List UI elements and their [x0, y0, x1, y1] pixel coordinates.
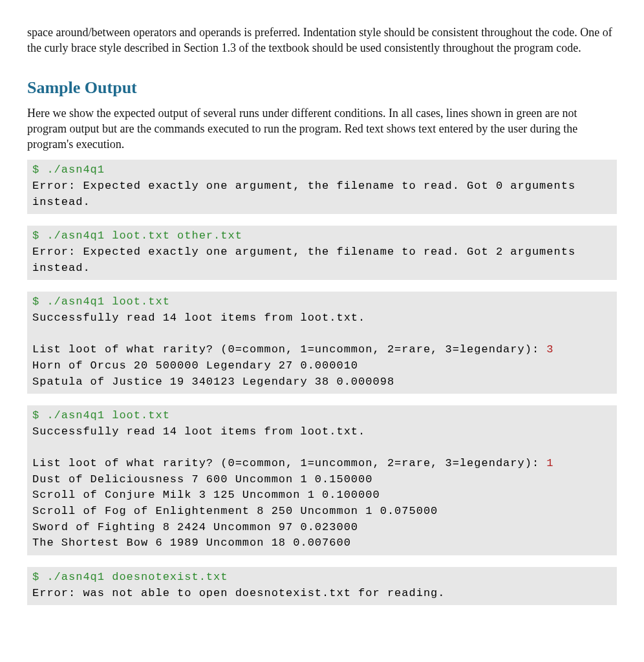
- command-line: $ ./asn4q1 doesnotexist.txt: [32, 570, 612, 586]
- program-output-line: [32, 326, 612, 343]
- program-output-line: Error: Expected exactly one argument, th…: [32, 244, 612, 276]
- program-output-line: Dust of Deliciousness 7 600 Uncommon 1 0…: [32, 472, 612, 488]
- program-output-line: Horn of Orcus 20 500000 Legendary 27 0.0…: [32, 358, 612, 374]
- sample-runs-container: $ ./asn4q1Error: Expected exactly one ar…: [27, 160, 617, 605]
- shell-prompt: $: [32, 230, 47, 242]
- code-block: $ ./asn4q1 loot.txt other.txtError: Expe…: [27, 226, 617, 280]
- program-output-line: [32, 440, 612, 456]
- program-output-text: List loot of what rarity? (0=common, 1=u…: [32, 343, 546, 356]
- program-output-line: Successfully read 14 loot items from loo…: [32, 310, 612, 326]
- program-output-line: Sword of Fighting 8 2424 Uncommon 97 0.0…: [32, 520, 612, 536]
- shell-prompt: $: [32, 295, 47, 308]
- program-output-line: Error: Expected exactly one argument, th…: [32, 178, 612, 210]
- shell-command: ./asn4q1 loot.txt other.txt: [47, 230, 242, 242]
- code-block: $ ./asn4q1 loot.txtSuccessfully read 14 …: [27, 292, 617, 394]
- user-input: 1: [546, 457, 553, 469]
- program-output-line: Spatula of Justice 19 340123 Legendary 3…: [32, 374, 612, 390]
- user-input: 3: [546, 343, 553, 356]
- program-output-line: Scroll of Fog of Enlightenment 8 250 Unc…: [32, 504, 612, 520]
- shell-prompt: $: [32, 409, 47, 422]
- command-line: $ ./asn4q1: [32, 162, 612, 178]
- shell-prompt: $: [32, 571, 47, 583]
- program-output-line: List loot of what rarity? (0=common, 1=u…: [32, 342, 612, 358]
- program-output-line: The Shortest Bow 6 1989 Uncommon 18 0.00…: [32, 535, 612, 551]
- shell-command: ./asn4q1 loot.txt: [47, 409, 169, 422]
- command-line: $ ./asn4q1 loot.txt: [32, 408, 612, 424]
- program-output-line: Successfully read 14 loot items from loo…: [32, 424, 612, 440]
- program-output-text: List loot of what rarity? (0=common, 1=u…: [32, 457, 546, 469]
- shell-command: ./asn4q1: [47, 164, 105, 176]
- page: space around/between operators and opera…: [0, 0, 644, 662]
- code-block: $ ./asn4q1 loot.txtSuccessfully read 14 …: [27, 405, 617, 555]
- section-heading-sample-output: Sample Output: [27, 78, 617, 98]
- program-output-line: List loot of what rarity? (0=common, 1=u…: [32, 456, 612, 472]
- intro-paragraph: space around/between operators and opera…: [27, 25, 617, 56]
- shell-prompt: $: [32, 164, 47, 176]
- command-line: $ ./asn4q1 loot.txt: [32, 294, 612, 310]
- program-output-line: Error: was not able to open doesnotexist…: [32, 586, 612, 602]
- sample-output-intro: Here we show the expected output of seve…: [27, 105, 617, 153]
- shell-command: ./asn4q1 doesnotexist.txt: [47, 571, 228, 583]
- program-output-line: Scroll of Conjure Milk 3 125 Uncommon 1 …: [32, 487, 612, 504]
- code-block: $ ./asn4q1 doesnotexist.txtError: was no…: [27, 567, 617, 605]
- code-block: $ ./asn4q1Error: Expected exactly one ar…: [27, 160, 617, 214]
- shell-command: ./asn4q1 loot.txt: [47, 295, 169, 308]
- command-line: $ ./asn4q1 loot.txt other.txt: [32, 228, 612, 244]
